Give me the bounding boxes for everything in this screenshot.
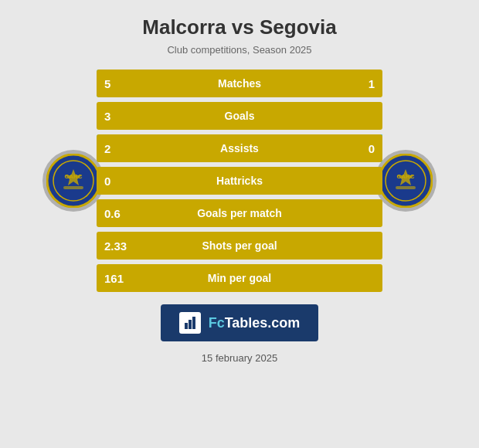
stat-row-goals: 3Goals [97,102,382,130]
stat-left-matches: 5 [104,77,110,90]
stat-right-matches: 1 [369,77,375,90]
stat-row-matches: 5Matches1 [97,70,382,97]
fctables-text: FcTables.com [209,315,301,331]
stat-left-min-per-goal: 161 [104,272,124,285]
svg-rect-10 [185,323,188,329]
stat-row-goals-per-match: 0.6Goals per match [97,199,382,227]
stat-right-assists: 0 [369,142,375,155]
stat-row-min-per-goal: 161Min per goal [97,264,382,292]
stat-left-goals-per-match: 0.6 [104,207,121,220]
stat-label-matches: Matches [218,77,261,90]
comparison-section: CARC 5Matches13Goals2Assists00Hattricks0… [8,70,471,292]
stat-row-hattricks: 0Hattricks [97,167,382,195]
svg-rect-11 [189,320,192,329]
left-team-logo: CARC [42,150,104,212]
fctables-banner[interactable]: FcTables.com [161,304,319,341]
stat-row-assists: 2Assists0 [97,134,382,162]
page-subtitle: Club competitions, Season 2025 [167,44,311,56]
svg-rect-9 [396,186,416,189]
stat-left-assists: 2 [104,142,110,155]
stat-label-shots-per-goal: Shots per goal [202,239,277,252]
stat-left-hattricks: 0 [104,175,110,188]
fctables-icon [179,312,201,334]
page-title: Malcorra vs Segovia [142,15,336,39]
right-team-logo: CARC [375,150,437,212]
svg-rect-4 [63,186,83,189]
footer-date: 15 february 2025 [202,352,277,364]
stat-label-hattricks: Hattricks [216,175,263,187]
stat-label-goals-per-match: Goals per match [197,207,282,219]
stat-label-goals: Goals [225,110,255,122]
stat-row-shots-per-goal: 2.33Shots per goal [97,232,382,260]
stat-left-goals: 3 [104,110,110,123]
svg-rect-12 [192,317,195,329]
stat-left-shots-per-goal: 2.33 [104,239,127,253]
stat-label-assists: Assists [220,142,259,154]
stat-label-min-per-goal: Min per goal [208,272,271,284]
stats-list: 5Matches13Goals2Assists00Hattricks0.6Goa… [97,70,382,292]
